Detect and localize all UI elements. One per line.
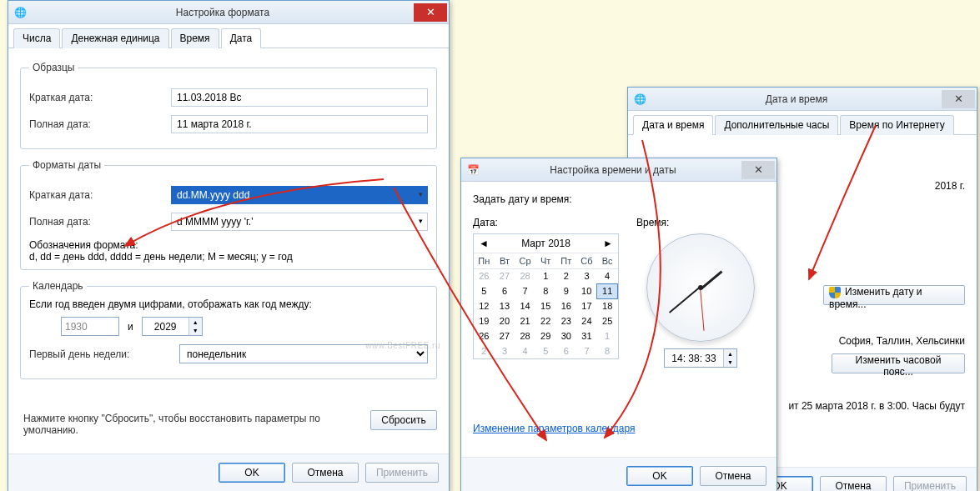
tab-extra-clocks[interactable]: Дополнительные часы (715, 115, 838, 135)
change-date-time-button[interactable]: Изменить дату и время... (823, 285, 965, 305)
calendar-day[interactable]: 13 (495, 298, 515, 313)
long-date-format-select[interactable]: d MMMM yyyy 'г.' (171, 213, 428, 231)
calendar-day[interactable]: 8 (597, 343, 618, 358)
calendar-dow: Пн (474, 253, 495, 268)
calendar-day[interactable]: 23 (556, 313, 577, 328)
chevron-up-icon[interactable]: ▲ (724, 349, 736, 358)
apply-button[interactable]: Применить (893, 476, 967, 491)
year-to-input[interactable] (143, 318, 188, 335)
year-to-stepper[interactable]: ▲▼ (142, 317, 203, 336)
ok-button[interactable]: OK (219, 463, 285, 483)
calendar-day[interactable]: 5 (535, 343, 556, 358)
calendar-group: Календарь Если год введен двумя цифрами,… (20, 280, 437, 379)
short-date-format-select[interactable]: dd.MM.yyyy ddd (171, 186, 428, 204)
time-stepper[interactable]: ▲▼ (664, 348, 737, 368)
titlebar[interactable]: 🌐 Дата и время ✕ (628, 88, 977, 111)
calendar-day[interactable]: 26 (474, 268, 495, 283)
time-input[interactable] (665, 349, 723, 367)
calendar-day[interactable]: 9 (556, 283, 577, 298)
twodigit-label: Если год введен двумя цифрами, отображат… (29, 298, 428, 310)
calendar-day[interactable]: 28 (515, 268, 535, 283)
calendar-day[interactable]: 26 (474, 328, 495, 343)
titlebar[interactable]: 🌐 Настройка формата ✕ (8, 1, 449, 24)
calendar-day[interactable]: 8 (535, 283, 556, 298)
calendar-day[interactable]: 29 (535, 328, 556, 343)
calendar-icon: 📅 (466, 163, 480, 177)
calendar-day[interactable]: 15 (535, 298, 556, 313)
cancel-button[interactable]: Отмена (820, 476, 887, 491)
calendar-day[interactable]: 2 (474, 343, 495, 358)
calendar-day[interactable]: 27 (495, 268, 515, 283)
calendar-day[interactable]: 3 (495, 343, 515, 358)
long-date-sample: 11 марта 2018 г. (171, 115, 428, 133)
calendar-day[interactable]: 14 (515, 298, 535, 313)
calendar-day[interactable]: 21 (515, 313, 535, 328)
clock-icon: 🌐 (633, 93, 646, 106)
apply-button[interactable]: Применить (365, 463, 439, 483)
cancel-button[interactable]: Отмена (292, 463, 359, 483)
formats-group: Форматы даты Краткая дата: dd.MM.yyyy dd… (20, 159, 437, 270)
close-icon[interactable]: ✕ (414, 3, 447, 22)
chevron-down-icon[interactable]: ▼ (189, 327, 202, 336)
tab-currency[interactable]: Денежная единица (62, 28, 168, 48)
reset-button[interactable]: Сбросить (370, 410, 437, 430)
button-row: OK Отмена (461, 457, 776, 491)
chevron-up-icon[interactable]: ▲ (189, 318, 202, 327)
next-month-icon[interactable]: ► (603, 238, 613, 249)
calendar-day[interactable]: 31 (576, 328, 597, 343)
cancel-button[interactable]: Отмена (700, 466, 766, 486)
ok-button[interactable]: OK (626, 466, 693, 486)
calendar-day[interactable]: 1 (597, 328, 618, 343)
calendar-day[interactable]: 22 (535, 313, 556, 328)
calendar-day[interactable]: 19 (474, 313, 495, 328)
close-icon[interactable]: ✕ (741, 161, 775, 179)
calendar-day[interactable]: 25 (597, 313, 618, 328)
titlebar[interactable]: 📅 Настройка времени и даты ✕ (461, 158, 776, 182)
calendar-day[interactable]: 5 (474, 283, 495, 298)
calendar-dow: Вт (495, 253, 515, 268)
format-legend-text: d, dd = день ddd, dddd = день недели; M … (29, 251, 428, 263)
chevron-down-icon[interactable]: ▾ (419, 190, 423, 198)
chevron-down-icon[interactable]: ▾ (419, 217, 423, 225)
samples-legend: Образцы (29, 62, 78, 73)
change-calendar-params-link[interactable]: Изменение параметров календаря (473, 423, 636, 434)
calendar-day[interactable]: 4 (597, 268, 618, 283)
tab-date-time[interactable]: Дата и время (633, 115, 713, 135)
calendar-day[interactable]: 20 (495, 313, 515, 328)
calendar-dow: Сб (576, 253, 597, 268)
globe-icon: 🌐 (13, 6, 27, 19)
tab-internet-time[interactable]: Время по Интернету (840, 115, 953, 135)
calendar-day[interactable]: 6 (495, 283, 515, 298)
tab-date[interactable]: Дата (221, 28, 262, 48)
calendar-day[interactable]: 16 (556, 298, 577, 313)
calendar-day[interactable]: 2 (556, 268, 577, 283)
calendar-day[interactable]: 28 (515, 328, 535, 343)
change-timezone-button[interactable]: Изменить часовой пояс... (832, 353, 965, 373)
calendar-day[interactable]: 17 (576, 298, 597, 313)
window-format-settings: 🌐 Настройка формата ✕ Числа Денежная еди… (8, 0, 450, 491)
calendar-day[interactable]: 7 (576, 343, 597, 358)
calendar-dow: Ср (515, 253, 535, 268)
chevron-down-icon[interactable]: ▼ (724, 358, 736, 368)
calendar-day[interactable]: 12 (474, 298, 495, 313)
analog-clock (646, 233, 755, 342)
calendar-day[interactable]: 10 (576, 283, 597, 298)
calendar-day[interactable]: 6 (556, 343, 577, 358)
calendar-day[interactable]: 11 (597, 283, 618, 298)
prev-month-icon[interactable]: ◄ (479, 238, 489, 249)
calendar-day[interactable]: 27 (495, 328, 515, 343)
calendar[interactable]: ◄ Март 2018 ► ПнВтСрЧтПтСбВс 26272812345… (473, 233, 619, 359)
calendar-day[interactable]: 4 (515, 343, 535, 358)
calendar-day[interactable]: 1 (535, 268, 556, 283)
tab-time[interactable]: Время (171, 28, 219, 48)
tab-strip: Числа Денежная единица Время Дата (8, 24, 449, 48)
calendar-day[interactable]: 3 (576, 268, 597, 283)
tab-numbers[interactable]: Числа (13, 28, 60, 48)
close-icon[interactable]: ✕ (942, 90, 975, 108)
calendar-day[interactable]: 18 (597, 298, 618, 313)
window-title: Настройка времени и даты (485, 164, 741, 176)
calendar-day[interactable]: 30 (556, 328, 577, 343)
calendar-dow: Пт (556, 253, 577, 268)
calendar-day[interactable]: 7 (515, 283, 535, 298)
calendar-day[interactable]: 24 (576, 313, 597, 328)
